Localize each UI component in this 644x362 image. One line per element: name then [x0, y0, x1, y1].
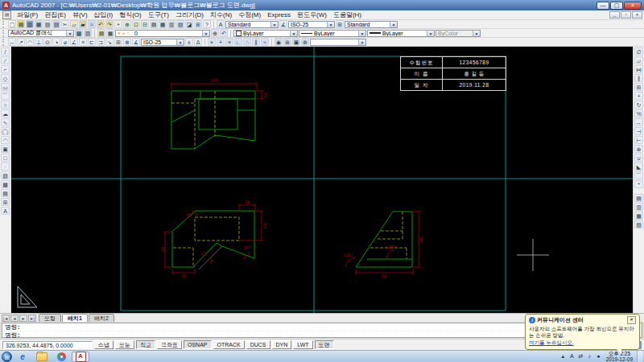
cut-icon[interactable]: ✂ [61, 20, 69, 28]
3d-orbit-icon[interactable]: ⊛ [283, 38, 291, 46]
dim-arc-length-icon[interactable]: ◠ [26, 38, 34, 46]
pan-icon[interactable]: + [114, 20, 122, 28]
chevron-down-icon[interactable]: ▼ [270, 22, 278, 27]
dim-edit-icon[interactable]: ∡ [132, 38, 140, 46]
menu-file[interactable]: 파일(F) [14, 10, 41, 20]
bring-to-front-icon[interactable]: ▤ [634, 194, 643, 202]
text-style-dropdown[interactable]: Standard ▼ [225, 21, 279, 28]
bring-above-icon[interactable]: ▦ [634, 212, 643, 220]
layer-dropdown[interactable]: ●☀∩□ 0 ▼ [115, 30, 210, 37]
paste-icon[interactable]: ▰ [79, 20, 87, 28]
copy-icon[interactable]: ▱ [634, 56, 643, 64]
balloon-link[interactable]: 여기를 누르십시오. [529, 339, 636, 347]
maximize-button[interactable]: ▢ [610, 2, 623, 10]
polyline-icon[interactable]: ⌐ [1, 65, 10, 73]
quickcalc-icon[interactable]: ⊞ [194, 20, 202, 28]
osnap-perpendicular-icon[interactable]: ∟ [234, 38, 242, 46]
plot-icon[interactable]: ▦ [35, 20, 43, 28]
mdi-close-button[interactable]: × [632, 11, 642, 19]
linetype-dropdown[interactable]: ByLayer ▼ [299, 30, 366, 37]
dim-radius-icon[interactable]: ⊙ [43, 38, 52, 46]
menu-modify[interactable]: 수정(M) [235, 10, 264, 20]
properties-icon[interactable]: ▤ [150, 20, 158, 28]
undo-icon[interactable]: ↶ [97, 20, 105, 28]
tab-last-button[interactable]: ►| [28, 315, 36, 322]
mdi-minimize-button[interactable]: _ [609, 11, 620, 19]
tab-first-button[interactable]: |◄ [2, 315, 10, 322]
publish-icon[interactable]: ▨ [52, 20, 60, 28]
help-icon[interactable]: ? [203, 20, 211, 28]
start-button[interactable]: ⊞ [2, 352, 12, 362]
plot-preview-icon[interactable]: ▧ [43, 20, 52, 28]
chevron-down-icon[interactable]: ▼ [66, 31, 73, 36]
toolbar-grip[interactable] [2, 21, 6, 28]
dim-tolerance-icon[interactable]: ⊞ [114, 38, 122, 46]
markup-icon[interactable]: ◪ [185, 20, 193, 28]
construction-line-icon[interactable]: ∕ [1, 56, 10, 64]
menu-tools[interactable]: 도구(T) [145, 10, 172, 20]
close-button[interactable]: × [624, 2, 642, 10]
arc-icon[interactable]: ⌒ [1, 92, 10, 100]
scale-icon[interactable]: % [634, 109, 643, 117]
send-to-back-icon[interactable]: ▥ [634, 203, 643, 211]
taskbar-explorer-button[interactable] [33, 352, 51, 362]
color-dropdown[interactable]: ByLayer ▼ [233, 30, 298, 37]
text-style-icon[interactable]: A [217, 20, 225, 28]
join-icon[interactable]: ∪ [634, 154, 643, 162]
chevron-down-icon[interactable]: ▼ [358, 39, 365, 45]
safely-remove-icon[interactable]: ● [595, 353, 602, 360]
toolbar-grip[interactable] [2, 39, 6, 46]
ortho-toggle[interactable]: 직교 [136, 340, 155, 349]
extend-icon[interactable]: ⊢ [634, 136, 643, 144]
osnap-tracking-icon[interactable]: ⌖ [208, 38, 216, 46]
layer-properties-icon[interactable]: ▤ [97, 29, 105, 37]
menu-window[interactable]: 윈도우(W) [294, 10, 330, 20]
chevron-down-icon[interactable]: ▼ [290, 31, 297, 36]
chamfer-icon[interactable]: ◣ [634, 162, 643, 171]
menu-express[interactable]: Express [264, 10, 294, 20]
mirror-icon[interactable]: ⋈ [634, 65, 643, 73]
dim-center-mark-icon[interactable]: ⊕ [123, 38, 131, 46]
taskbar-chrome-button[interactable] [52, 352, 70, 362]
chevron-down-icon[interactable]: ▼ [358, 31, 365, 36]
viewport-borders[interactable] [11, 47, 633, 313]
osnap-parallel-icon[interactable]: ∥ [252, 38, 260, 46]
qnew-icon[interactable]: ▢ [8, 20, 16, 28]
dim-text-edit-icon[interactable]: ± [185, 38, 193, 46]
osnap-toggle[interactable]: OSNAP [184, 340, 212, 349]
dim-continue-icon[interactable]: ⊐ [97, 38, 105, 46]
workspace-save-icon[interactable]: ▥ [84, 29, 92, 37]
break-icon[interactable]: ⊗ [634, 145, 643, 153]
dim-current-style-dropdown[interactable]: ISO-25 ▼ [141, 39, 184, 46]
tab-next-button[interactable]: ► [19, 315, 27, 322]
zoom-realtime-icon[interactable]: ⊕ [123, 20, 131, 28]
line-icon[interactable]: / [1, 47, 10, 56]
revision-cloud-icon[interactable]: ☁ [1, 109, 10, 117]
balloon-close-icon[interactable]: × [627, 316, 636, 324]
dim-ordinate-icon[interactable]: ⊥ [35, 38, 43, 46]
open-icon[interactable]: ▤ [17, 20, 25, 28]
coordinate-readout[interactable]: 326.9253, 44.4875, 0.0000 [2, 341, 93, 349]
chevron-down-icon[interactable]: ▼ [390, 22, 397, 27]
tab-prev-button[interactable]: ◄ [10, 315, 19, 322]
dim-jogged-icon[interactable]: ◑ [52, 38, 60, 46]
erase-icon[interactable]: ∅ [634, 47, 643, 56]
tab-layout1[interactable]: 배치1 [62, 314, 88, 323]
fillet-icon[interactable]: ⌒ [634, 171, 643, 179]
dim-style-icon[interactable]: ∡ [279, 20, 287, 28]
render-icon[interactable]: ⊕ [301, 38, 309, 46]
paper-model-toggle[interactable]: 도면 [315, 340, 334, 349]
dim-angular-icon[interactable]: ∠ [70, 38, 78, 46]
ime-korean-icon[interactable]: A [568, 353, 576, 360]
named-view-dropdown[interactable]: ▼ [310, 39, 366, 46]
osnap-midpoint-icon[interactable]: ∴ [243, 38, 251, 46]
tray-up-arrow-icon[interactable]: ▴ [559, 353, 567, 360]
dim-aligned-icon[interactable]: ↗ [17, 38, 25, 46]
chevron-down-icon[interactable]: ▼ [176, 39, 184, 45]
ellipse-arc-icon[interactable]: ◠ [1, 136, 10, 144]
dim-linear-icon[interactable]: ↔ [8, 38, 16, 46]
show-desktop-button[interactable] [637, 351, 642, 362]
save-icon[interactable]: ▥ [26, 20, 34, 28]
trim-icon[interactable]: ⊣ [634, 127, 643, 135]
dim-baseline-icon[interactable]: ⊏ [88, 38, 96, 46]
